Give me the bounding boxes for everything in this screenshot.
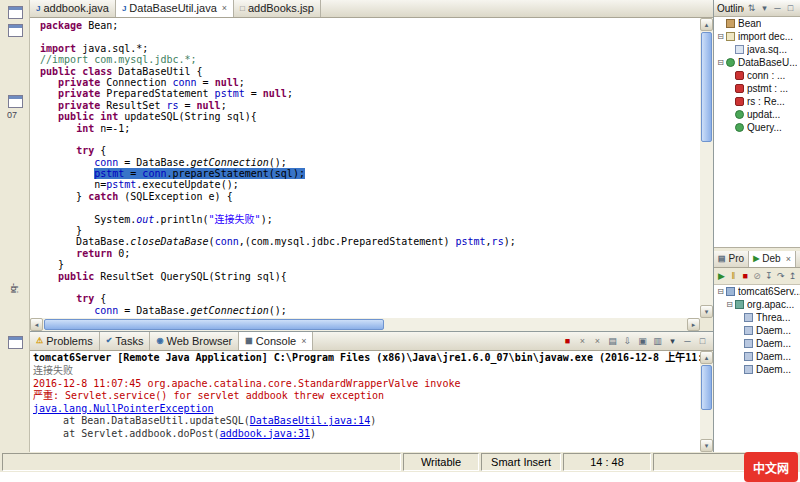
scrollbar-thumb[interactable] [44, 319, 384, 330]
code-line[interactable]: } [30, 225, 700, 236]
step-over-icon[interactable]: ↷ [775, 270, 786, 282]
tab-databaseutil-java[interactable]: JDataBaseUtil.java× [116, 0, 234, 17]
pin-console-icon[interactable]: ▣ [636, 335, 649, 348]
view-menu-icon[interactable]: ▾ [758, 2, 771, 15]
scroll-down-icon[interactable]: ▾ [700, 439, 713, 452]
scroll-up-icon[interactable]: ▴ [700, 18, 713, 31]
tab-addbooks-jsp[interactable]: □addBooks.jsp [234, 0, 321, 17]
minimize-icon[interactable]: ─ [681, 335, 694, 348]
maximize-icon[interactable]: □ [696, 335, 709, 348]
tree-item[interactable]: ⊟import dec... [714, 30, 800, 43]
code-line[interactable]: conn = DataBase.getConnection(); [30, 157, 700, 168]
tree-item[interactable]: conn : ... [714, 69, 800, 82]
scrollbar-thumb[interactable] [701, 32, 712, 142]
tab-problems[interactable]: ⚠Problems [30, 332, 100, 350]
stack-trace-link[interactable]: addbook.java:31 [220, 428, 310, 439]
code-line[interactable]: private PreparedStatement pstmt = null; [30, 88, 700, 99]
tab-tasks[interactable]: ✔Tasks [100, 332, 151, 350]
expander-icon[interactable]: ⊟ [716, 59, 725, 67]
code-line[interactable] [30, 282, 700, 293]
tree-item[interactable]: Daem... [714, 363, 800, 376]
fast-view-icon[interactable] [8, 336, 23, 349]
tab-pro[interactable]: ▤Pro [714, 251, 749, 267]
scroll-left-icon[interactable]: ◂ [30, 318, 43, 331]
code-line[interactable]: conn = DataBase.getConnection(); [30, 305, 700, 316]
tree-item[interactable]: Query... [714, 121, 800, 134]
remove-all-launches-icon[interactable]: × [591, 335, 604, 348]
fast-view-icon[interactable] [8, 95, 23, 108]
display-selected-console-icon[interactable]: ▥ [651, 335, 664, 348]
suspend-icon[interactable]: ‖ [728, 270, 739, 282]
sort-icon[interactable]: ⇅ [745, 2, 758, 15]
code-line[interactable]: private ResultSet rs = null; [30, 100, 700, 111]
tree-item[interactable]: Daem... [714, 350, 800, 363]
code-line[interactable]: return 0; [30, 248, 700, 259]
close-icon[interactable]: × [786, 255, 791, 264]
tab-addbook-java[interactable]: Jaddbook.java [30, 0, 116, 17]
code-line[interactable]: private Connection conn = null; [30, 77, 700, 88]
editor-vertical-scrollbar[interactable]: ▴ ▾ [700, 18, 713, 318]
terminate-icon[interactable]: ■ [740, 270, 751, 282]
scroll-right-icon[interactable]: ▸ [687, 318, 700, 331]
restore-view-icon[interactable] [8, 24, 23, 37]
tree-item[interactable]: Daem... [714, 324, 800, 337]
tree-item[interactable]: ⊟DataBaseU... [714, 56, 800, 69]
expander-icon[interactable]: ⊟ [725, 301, 734, 309]
terminate-icon[interactable]: ■ [561, 335, 574, 348]
restore-view-icon[interactable] [8, 6, 23, 19]
step-return-icon[interactable]: ↥ [787, 270, 798, 282]
code-line[interactable]: try { [30, 293, 700, 304]
stack-trace-link[interactable]: DataBaseUtil.java:14 [250, 415, 370, 426]
code-line[interactable]: n=pstmt.executeUpdate(); [30, 179, 700, 190]
minimize-icon[interactable]: ─ [771, 2, 784, 15]
tree-item[interactable]: rs : Re... [714, 95, 800, 108]
code-line[interactable]: try { [30, 145, 700, 156]
stack-trace-link[interactable]: java.lang.NullPointerException [33, 403, 214, 414]
maximize-icon[interactable]: □ [784, 2, 797, 15]
tree-item[interactable]: java.sq... [714, 43, 800, 56]
code-line[interactable] [30, 134, 700, 145]
code-line[interactable]: int n=-1; [30, 123, 700, 134]
disconnect-icon[interactable]: ⊘ [752, 270, 763, 282]
code-line[interactable]: import java.sql.*; [30, 43, 700, 54]
scroll-down-icon[interactable]: ▾ [700, 305, 713, 318]
tab-deb[interactable]: ▶Deb× [749, 251, 796, 267]
open-console-icon[interactable]: ▾ [666, 335, 679, 348]
code-line[interactable]: System.out.println("连接失败"); [30, 214, 700, 225]
editor-horizontal-scrollbar[interactable]: ◂ ▸ [30, 318, 700, 331]
code-line[interactable]: public ResultSet QuerySQL(String sql){ [30, 271, 700, 282]
tree-item[interactable]: ⊟tomcat6Serv... [714, 285, 800, 298]
code-line[interactable]: pstmt = conn.prepareStatement(sql); [30, 168, 700, 179]
tree-item[interactable]: ⊟org.apac... [714, 298, 800, 311]
code-line[interactable]: DataBase.closeDataBase(conn,(com.mysql.j… [30, 236, 700, 247]
code-line[interactable]: } [30, 259, 700, 270]
code-editor[interactable]: package Bean; import java.sql.*;//import… [30, 18, 700, 318]
close-icon[interactable]: × [222, 4, 227, 13]
scroll-lock-icon[interactable]: ⇩ [621, 335, 634, 348]
scrollbar-thumb[interactable] [701, 365, 712, 410]
tree-item[interactable]: updat... [714, 108, 800, 121]
tree-item[interactable]: Threa... [714, 311, 800, 324]
code-line[interactable] [30, 31, 700, 42]
tree-item[interactable]: Daem... [714, 337, 800, 350]
expander-icon[interactable]: ⊟ [716, 288, 725, 296]
step-into-icon[interactable]: ↧ [763, 270, 774, 282]
resume-icon[interactable]: ▶ [716, 270, 727, 282]
tab-web-browser[interactable]: ◉Web Browser [150, 332, 239, 350]
tree-item[interactable]: Bean [714, 17, 800, 30]
code-line[interactable]: package Bean; [30, 20, 700, 31]
expander-icon[interactable]: ⊟ [716, 33, 725, 41]
remove-launch-icon[interactable]: × [576, 335, 589, 348]
scroll-up-icon[interactable]: ▴ [700, 351, 713, 364]
console-vertical-scrollbar[interactable]: ▴ ▾ [700, 351, 713, 452]
tab-console[interactable]: ▦Console× [239, 332, 313, 350]
console-view[interactable]: tomcat6Server [Remote Java Application] … [30, 351, 700, 452]
tree-item[interactable]: pstmt : ... [714, 82, 800, 95]
close-icon[interactable]: × [301, 337, 306, 346]
code-line[interactable]: } catch (SQLException e) { [30, 191, 700, 202]
clear-console-icon[interactable]: ▤ [606, 335, 619, 348]
code-line[interactable]: //import com.mysql.jdbc.*; [30, 54, 700, 65]
code-line[interactable]: public class DataBaseUtil { [30, 66, 700, 77]
code-line[interactable]: public int updateSQL(String sql){ [30, 111, 700, 122]
code-line[interactable] [30, 202, 700, 213]
